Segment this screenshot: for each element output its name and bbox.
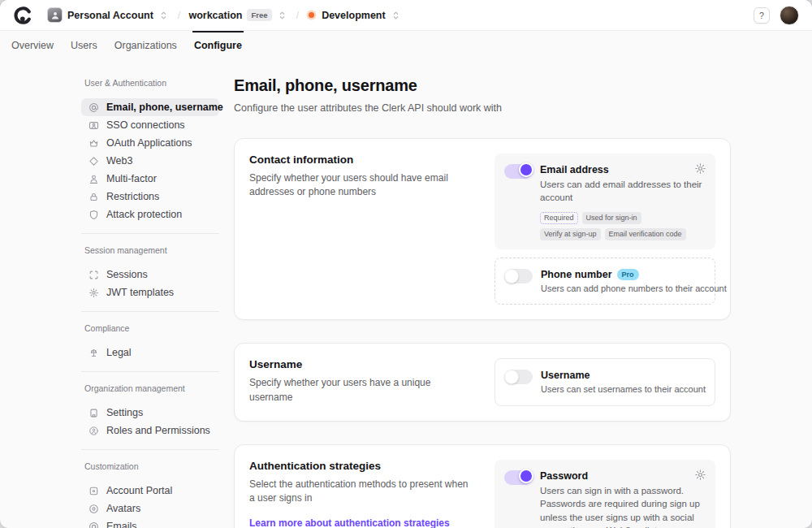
sidebar-section-title: Session management bbox=[84, 245, 219, 255]
toggle-knob bbox=[519, 469, 533, 483]
sidebar-item-org-settings[interactable]: Settings bbox=[81, 404, 219, 422]
tab-organizations[interactable]: Organizations bbox=[114, 32, 177, 58]
building-icon bbox=[88, 407, 99, 418]
sidebar-item-multi-factor[interactable]: Multi-factor bbox=[81, 170, 219, 188]
sidebar-item-web3[interactable]: Web3 bbox=[81, 152, 219, 170]
phone-number-panel: Phone number Pro Users can add phone num… bbox=[495, 258, 715, 305]
sidebar-item-sessions[interactable]: Sessions bbox=[81, 266, 219, 283]
phone-number-title: Phone number bbox=[541, 269, 612, 280]
sidebar-divider bbox=[81, 371, 219, 372]
email-address-title: Email address bbox=[540, 164, 706, 175]
help-button[interactable]: ? bbox=[754, 7, 770, 24]
card-description: Select the authentication methods to pre… bbox=[249, 478, 473, 506]
application-name: workcation bbox=[188, 10, 242, 21]
password-panel: Password Users can sign in with a passwo… bbox=[495, 460, 715, 528]
sidebar-section-title: Customization bbox=[84, 461, 219, 471]
card-title: Contact information bbox=[249, 154, 473, 166]
username-panel: Username Users can set usernames to thei… bbox=[495, 358, 715, 406]
page-title: Email, phone, username bbox=[234, 76, 731, 95]
toggle-knob bbox=[504, 370, 519, 384]
sidebar-item-label: Multi-factor bbox=[106, 173, 157, 184]
breadcrumb-account[interactable]: Personal Account bbox=[44, 5, 173, 25]
clerk-logo-icon[interactable] bbox=[13, 6, 32, 25]
sidebar-section-title: Organization management bbox=[84, 383, 219, 393]
sidebar-item-emails[interactable]: Emails bbox=[81, 517, 219, 528]
settings-sidebar: User & Authentication Email, phone, user… bbox=[81, 78, 219, 528]
password-settings-gear-icon[interactable] bbox=[694, 469, 706, 484]
password-title: Password bbox=[540, 470, 706, 482]
sidebar-item-label: Settings bbox=[106, 407, 143, 418]
email-address-description: Users can add email addresses to their a… bbox=[540, 178, 706, 205]
sidebar-item-email-phone-username[interactable]: Email, phone, username bbox=[81, 98, 219, 116]
sidebar-item-label: Emails bbox=[106, 521, 137, 528]
tab-configure[interactable]: Configure bbox=[194, 32, 242, 58]
page-subtitle: Configure the user attributes the Clerk … bbox=[234, 102, 731, 114]
learn-more-link[interactable]: Learn more about authentication strategi… bbox=[249, 517, 450, 528]
sidebar-item-label: Account Portal bbox=[106, 485, 172, 496]
sidebar-item-attack-protection[interactable]: Attack protection bbox=[81, 206, 219, 223]
instance-name: Development bbox=[322, 10, 386, 21]
tab-overview[interactable]: Overview bbox=[11, 32, 54, 58]
session-frame-icon bbox=[88, 269, 99, 280]
card-title: Authentication strategies bbox=[249, 460, 473, 472]
username-toggle[interactable] bbox=[505, 370, 533, 384]
account-avatar bbox=[47, 7, 63, 23]
sidebar-item-avatars[interactable]: Avatars bbox=[81, 500, 219, 517]
breadcrumb-instance[interactable]: Development bbox=[304, 7, 405, 24]
sidebar-item-label: Restrictions bbox=[106, 191, 159, 202]
email-badges: Required Used for sign-in Verify at sign… bbox=[540, 212, 706, 240]
user-check-icon bbox=[88, 173, 99, 184]
username-card: Username Specify whether your users have… bbox=[234, 343, 731, 422]
at-icon bbox=[88, 521, 99, 528]
sidebar-item-label: Sessions bbox=[106, 269, 148, 280]
sidebar-item-label: Legal bbox=[106, 347, 132, 358]
roles-icon bbox=[88, 425, 99, 436]
chevron-updown-icon bbox=[277, 10, 288, 21]
sidebar-item-label: OAuth Applications bbox=[106, 137, 192, 149]
sidebar-item-account-portal[interactable]: Account Portal bbox=[81, 482, 219, 500]
sidebar-item-restrictions[interactable]: Restrictions bbox=[81, 188, 219, 206]
username-description: Users can set usernames to their account bbox=[541, 383, 705, 396]
authentication-strategies-card: Authentication strategies Select the aut… bbox=[234, 444, 731, 528]
sidebar-item-sso-connections[interactable]: SSO connections bbox=[81, 116, 219, 134]
sidebar-divider bbox=[81, 233, 219, 234]
email-address-panel: Email address Users can add email addres… bbox=[495, 154, 715, 249]
sidebar-item-jwt-templates[interactable]: JWT templates bbox=[81, 283, 219, 301]
sidebar-divider bbox=[81, 449, 219, 450]
at-icon bbox=[88, 102, 99, 113]
lock-icon bbox=[88, 191, 99, 202]
user-avatar[interactable] bbox=[780, 6, 799, 25]
sidebar-item-label: Attack protection bbox=[106, 209, 182, 220]
shield-icon bbox=[88, 209, 99, 220]
phone-number-toggle[interactable] bbox=[505, 269, 533, 283]
nav-tabs: Overview Users Organizations Configure bbox=[0, 32, 812, 58]
badge-verify-at-sign-up: Verify at sign-up bbox=[540, 228, 601, 240]
username-title: Username bbox=[541, 370, 705, 381]
portal-icon bbox=[88, 485, 99, 496]
app-window: Personal Account / workcation Free / Dev… bbox=[0, 0, 812, 528]
sidebar-item-oauth-applications[interactable]: OAuth Applications bbox=[81, 134, 219, 152]
card-description: Specify whether your users should have e… bbox=[249, 171, 473, 200]
sidebar-item-roles-permissions[interactable]: Roles and Permissions bbox=[81, 422, 219, 439]
pro-badge: Pro bbox=[617, 269, 639, 280]
diamond-icon bbox=[88, 155, 99, 167]
tab-users[interactable]: Users bbox=[71, 32, 97, 58]
password-toggle[interactable] bbox=[504, 470, 532, 485]
sidebar-item-label: SSO connections bbox=[106, 119, 185, 131]
card-title: Username bbox=[249, 358, 473, 370]
password-description: Users can sign in with a password. Passw… bbox=[540, 484, 706, 528]
sidebar-item-legal[interactable]: Legal bbox=[81, 344, 219, 361]
sidebar-item-label: Web3 bbox=[106, 155, 132, 167]
breadcrumb-separator: / bbox=[296, 9, 300, 21]
avatar-circle-icon bbox=[88, 503, 99, 514]
badge-email-verification-code: Email verification code bbox=[605, 228, 686, 240]
email-settings-gear-icon[interactable] bbox=[694, 162, 706, 178]
breadcrumb-application[interactable]: workcation Free bbox=[185, 6, 291, 24]
sso-card-icon bbox=[88, 119, 99, 131]
phone-number-description: Users can add phone numbers to their acc… bbox=[541, 283, 705, 296]
gear-icon bbox=[88, 287, 99, 298]
environment-dot-icon bbox=[309, 12, 314, 18]
crown-icon bbox=[88, 137, 99, 149]
scale-icon bbox=[88, 347, 99, 358]
email-address-toggle[interactable] bbox=[504, 164, 532, 179]
